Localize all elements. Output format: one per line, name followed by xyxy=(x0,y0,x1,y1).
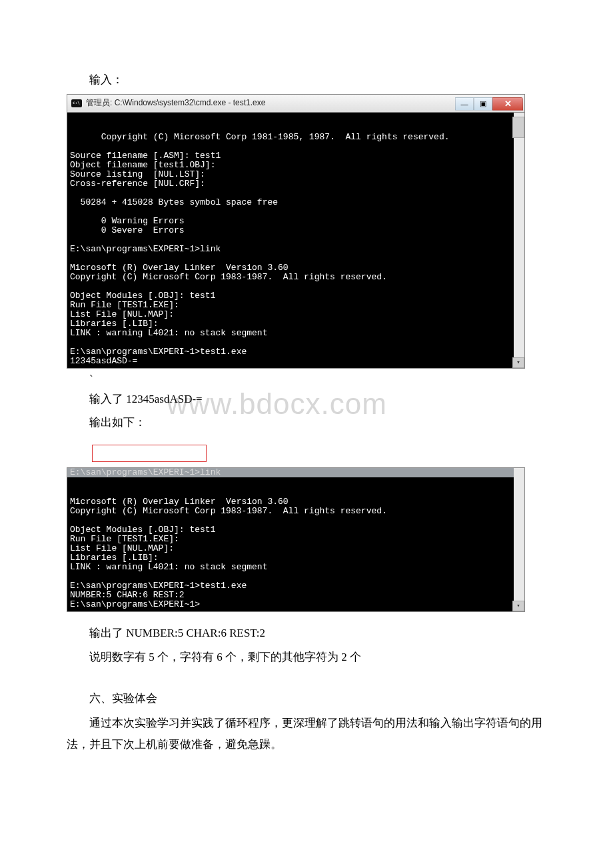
window-title: 管理员: C:\Windows\system32\cmd.exe - test1… xyxy=(86,97,455,109)
terminal-output-1: ▾Copyright (C) Microsoft Corp 1981-1985,… xyxy=(67,113,524,368)
input-confirm: 输入了 12345asdASD-= xyxy=(67,390,546,409)
explanation: 说明数字有 5 个，字符有 6 个，剩下的其他字符为 2 个 xyxy=(67,647,546,668)
section-6-heading: 六、实验体会 xyxy=(67,688,546,709)
terminal-text-2: Microsoft (R) Overlay Linker Version 3.6… xyxy=(70,497,387,609)
terminal-window-1: 管理员: C:\Windows\system32\cmd.exe - test1… xyxy=(67,94,525,369)
close-button[interactable]: ✕ xyxy=(492,97,523,111)
minimize-button[interactable]: — xyxy=(455,97,474,111)
red-highlight-box xyxy=(92,445,207,462)
output-statement: 输出了 NUMBER:5 CHAR:6 REST:2 xyxy=(67,623,546,644)
scroll-down-icon[interactable]: ▾ xyxy=(512,601,524,611)
scroll-down-icon[interactable]: ▾ xyxy=(512,357,524,368)
input-label: 输入： xyxy=(67,71,546,90)
terminal-window-2: E:\san\programs\EXPERI~1>link ▾ Microsof… xyxy=(67,467,525,612)
window-buttons: — ▣ ✕ xyxy=(455,97,523,109)
terminal-text-1: Copyright (C) Microsoft Corp 1981-1985, … xyxy=(70,132,450,366)
terminal-output-2: ▾ Microsoft (R) Overlay Linker Version 3… xyxy=(67,477,524,611)
scrollbar-thumb[interactable] xyxy=(512,117,524,138)
summary-paragraph: 通过本次实验学习并实践了循环程序，更深理解了跳转语句的用法和输入输出字符语句的用… xyxy=(67,713,546,756)
stray-backtick: ` xyxy=(89,373,546,386)
maximize-button[interactable]: ▣ xyxy=(474,97,492,111)
output-label: 输出如下： xyxy=(67,413,546,433)
cmd-icon xyxy=(71,99,82,107)
terminal-head-2: E:\san\programs\EXPERI~1>link xyxy=(67,468,524,477)
titlebar: 管理员: C:\Windows\system32\cmd.exe - test1… xyxy=(67,95,524,113)
